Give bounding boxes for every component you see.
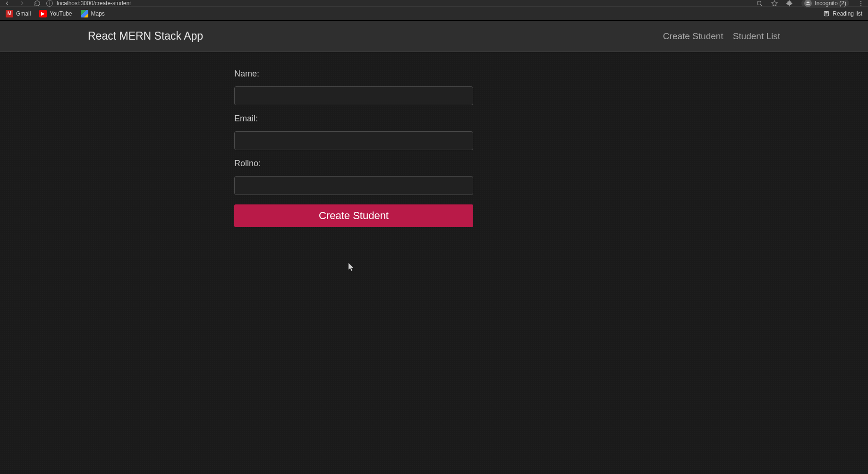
- bookmark-maps[interactable]: Maps: [81, 10, 105, 17]
- reading-list-icon: [823, 10, 830, 17]
- bookmark-label: Maps: [91, 10, 105, 17]
- form-group-email: Email:: [234, 114, 473, 150]
- form-group-name: Name:: [234, 69, 473, 105]
- email-label: Email:: [234, 114, 473, 124]
- address-bar[interactable]: i localhost:3000/create-student: [46, 0, 131, 7]
- email-input[interactable]: [234, 131, 473, 150]
- svg-point-2: [860, 2, 861, 3]
- cursor-icon: [349, 263, 354, 271]
- app-title[interactable]: React MERN Stack App: [88, 30, 203, 42]
- nav-buttons: [4, 0, 41, 7]
- menu-icon[interactable]: [858, 0, 864, 7]
- site-info-icon[interactable]: i: [46, 0, 53, 7]
- bookmarks-bar: M Gmail ▶ YouTube Maps Reading list: [0, 7, 868, 21]
- bookmark-youtube[interactable]: ▶ YouTube: [39, 10, 72, 17]
- maps-icon: [81, 10, 88, 17]
- reading-list-button[interactable]: Reading list: [823, 10, 862, 17]
- back-icon[interactable]: [4, 0, 10, 7]
- create-student-form: Name: Email: Rollno: Create Student: [234, 69, 473, 227]
- reload-icon[interactable]: [34, 0, 41, 7]
- incognito-label: Incognito (2): [815, 0, 846, 7]
- bookmark-label: Gmail: [16, 10, 31, 17]
- page-content: Name: Email: Rollno: Create Student: [0, 52, 868, 227]
- extensions-icon[interactable]: [786, 0, 793, 7]
- browser-toolbar: i localhost:3000/create-student Incognit…: [0, 0, 868, 7]
- incognito-icon: [804, 0, 812, 7]
- rollno-label: Rollno:: [234, 159, 473, 169]
- incognito-badge[interactable]: Incognito (2): [801, 0, 849, 8]
- create-student-button[interactable]: Create Student: [234, 204, 473, 227]
- form-group-rollno: Rollno:: [234, 159, 473, 195]
- svg-point-1: [860, 0, 861, 1]
- youtube-icon: ▶: [39, 10, 47, 17]
- zoom-icon[interactable]: [756, 0, 763, 7]
- name-label: Name:: [234, 69, 473, 79]
- svg-point-3: [860, 4, 861, 5]
- nav-link-create-student[interactable]: Create Student: [663, 31, 723, 42]
- url-text: localhost:3000/create-student: [57, 0, 131, 7]
- bookmark-label: YouTube: [50, 10, 72, 17]
- forward-icon[interactable]: [19, 0, 26, 7]
- bookmark-gmail[interactable]: M Gmail: [6, 10, 31, 17]
- reading-list-label: Reading list: [833, 10, 862, 17]
- svg-point-0: [757, 1, 761, 5]
- star-icon[interactable]: [771, 0, 778, 7]
- nav-links: Create Student Student List: [663, 31, 780, 42]
- gmail-icon: M: [6, 10, 13, 17]
- name-input[interactable]: [234, 86, 473, 105]
- nav-link-student-list[interactable]: Student List: [733, 31, 780, 42]
- app-navbar: React MERN Stack App Create Student Stud…: [0, 21, 868, 52]
- rollno-input[interactable]: [234, 176, 473, 195]
